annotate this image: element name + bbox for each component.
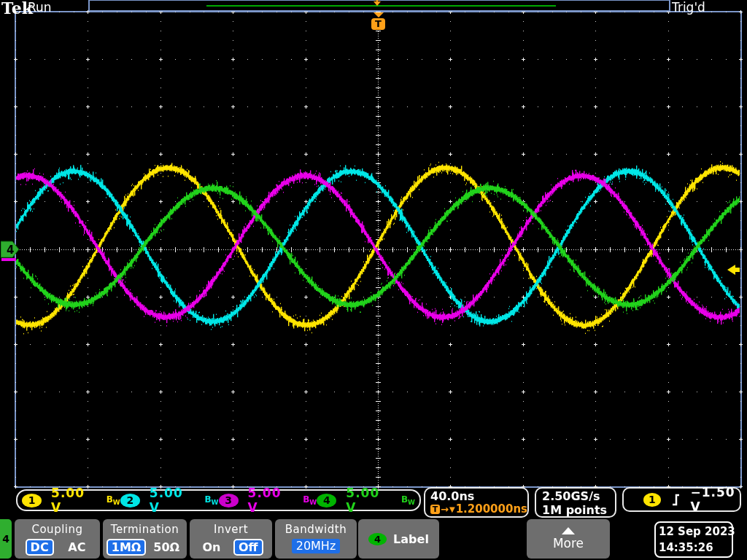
bandwidth-button[interactable]: Bandwidth 20MHz: [275, 519, 357, 559]
bandwidth-title: Bandwidth: [275, 519, 357, 536]
termination-button[interactable]: Termination 1MΩ 50Ω: [103, 519, 187, 559]
horizontal-scale: 40.0ns: [430, 489, 527, 503]
coupling-title: Coupling: [15, 519, 100, 536]
rising-edge-icon: [672, 494, 680, 506]
record-trigger-position-icon[interactable]: T: [370, 0, 384, 10]
termination-option-50ohm[interactable]: 50Ω: [150, 540, 183, 554]
trigger-level-arrow-icon[interactable]: [727, 265, 740, 276]
channel4-menu-tab[interactable]: 4: [0, 519, 12, 559]
channel3-readout[interactable]: 3 5.00 V BW: [219, 486, 317, 515]
coupling-option-dc[interactable]: DC: [26, 539, 54, 556]
coupling-option-ac[interactable]: AC: [64, 540, 89, 554]
trigger-position-readout: T→▼1.200000ns: [430, 503, 527, 516]
record-length: 1M points: [542, 503, 615, 517]
oscilloscope-screen: Tek Run T Trig'd T 4 1 5.00 V BW 2 5.00 …: [0, 0, 747, 560]
acquisition-status: Run: [28, 0, 52, 15]
sample-rate: 2.50GS/s: [542, 489, 615, 503]
invert-option-on[interactable]: On: [198, 540, 224, 554]
horizontal-readout[interactable]: 40.0ns T→▼1.200000ns: [424, 487, 529, 518]
right-arrow-icon: →: [441, 503, 449, 516]
up-arrow-icon: [562, 527, 575, 534]
trigger-source-badge: 1: [643, 493, 661, 507]
waveform-display[interactable]: [0, 0, 747, 560]
trigger-status: Trig'd: [672, 0, 705, 15]
channel1-badge[interactable]: 1: [22, 494, 42, 508]
trigger-position-badge[interactable]: T: [371, 18, 385, 30]
channel-readout-bar: 1 5.00 V BW 2 5.00 V BW 3 5.00 V BW 4 5.…: [16, 489, 421, 511]
invert-title: Invert: [190, 519, 272, 536]
label-text: Label: [393, 532, 429, 546]
acquisition-readout[interactable]: 2.50GS/s 1M points: [535, 487, 616, 518]
channel2-scale: 5.00 V: [150, 486, 196, 515]
channel3-scale: 5.00 V: [248, 486, 294, 515]
channel4-readout[interactable]: 4 5.00 V BW: [317, 486, 415, 515]
channel2-readout[interactable]: 2 5.00 V BW: [120, 486, 219, 515]
trigger-position-arrow-icon: [374, 12, 384, 18]
more-text: More: [553, 536, 584, 551]
channel3-badge[interactable]: 3: [219, 494, 239, 508]
more-button[interactable]: More: [527, 519, 610, 559]
channel4-badge[interactable]: 4: [317, 494, 336, 508]
ground-marker-number: 4: [7, 244, 14, 257]
termination-option-1mohm[interactable]: 1MΩ: [107, 539, 147, 556]
invert-option-off[interactable]: Off: [233, 539, 263, 556]
channel2-badge[interactable]: 2: [120, 494, 140, 508]
time-text: 14:35:26: [659, 540, 732, 556]
termination-title: Termination: [103, 519, 187, 536]
trigger-t-badge: T: [430, 505, 440, 514]
channel4-scale: 5.00 V: [346, 486, 392, 515]
label-button[interactable]: 4 Label: [358, 519, 439, 559]
channel1-readout[interactable]: 1 5.00 V BW: [22, 486, 120, 515]
invert-button[interactable]: Invert On Off: [190, 519, 272, 559]
channel4-ground-marker[interactable]: 4: [1, 241, 20, 260]
date-text: 12 Sep 2023: [659, 524, 732, 540]
coupling-button[interactable]: Coupling DC AC: [15, 519, 100, 559]
trigger-position-value: 1.200000ns: [456, 503, 527, 516]
label-channel-badge: 4: [368, 533, 387, 545]
bandwidth-limit-badge: BW: [401, 494, 415, 506]
delay-marker-icon: ▼: [449, 503, 455, 516]
channel1-scale: 5.00 V: [51, 486, 97, 515]
datetime-display: 12 Sep 2023 14:35:26: [654, 521, 733, 558]
bandwidth-limit-badge: BW: [303, 494, 317, 506]
bandwidth-value[interactable]: 20MHz: [292, 539, 341, 553]
record-view-bar[interactable]: T: [88, 0, 670, 12]
bandwidth-limit-badge: BW: [204, 494, 218, 506]
trigger-readout[interactable]: 1 −1.50 V: [622, 487, 741, 512]
bandwidth-limit-badge: BW: [107, 494, 120, 506]
trigger-level: −1.50 V: [690, 485, 740, 514]
